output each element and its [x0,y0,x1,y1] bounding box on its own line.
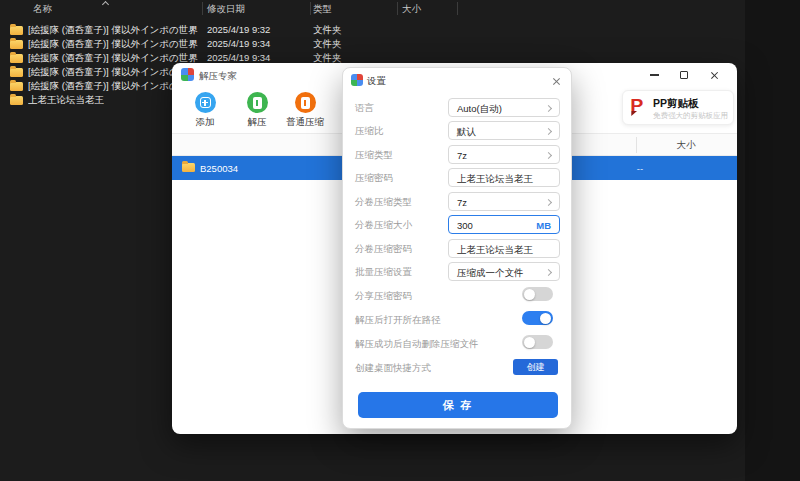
folder-icon [182,163,195,172]
column-divider [202,2,203,15]
compression-password-input[interactable]: 上老王论坛当老王 [448,168,560,187]
chevron-right-icon [545,151,552,158]
volume-password-value: 上老王论坛当老王 [457,244,533,257]
compression-ratio-label: 压缩比 [355,125,384,138]
setting-row-compression-password: 压缩密码 上老王论坛当老王 [343,168,571,187]
pp-clipboard-card[interactable]: P PP剪贴板 免费强大的剪贴板应用 [622,90,734,125]
close-icon [710,71,719,80]
settings-dialog: 设置 语言 Auto(自动) 压缩比 默认 压缩类型 7z 压缩密码 [342,67,572,429]
compression-ratio-value: 默认 [457,126,476,139]
volume-size-value: 300 [457,220,473,231]
compress-icon [295,92,316,113]
compression-type-select[interactable]: 7z [448,145,560,164]
volume-type-select[interactable]: 7z [448,192,560,211]
volume-password-input[interactable]: 上老王论坛当老王 [448,239,560,258]
setting-row-open-path: 解压后打开所在路径 [343,307,571,326]
share-password-toggle[interactable] [522,287,553,301]
setting-row-compression-ratio: 压缩比 默认 [343,121,571,140]
close-button[interactable] [699,66,729,84]
app-title: 解压专家 [199,70,237,83]
setting-row-auto-delete: 解压成功后自动删除压缩文件 [343,331,571,350]
chevron-right-icon [545,198,552,205]
setting-row-batch-setting: 批量压缩设置 压缩成一个文件 [343,262,571,281]
file-name: [絵援隊 (酒呑童子)] 僕以外インポの世界 担任... [28,23,198,37]
language-select[interactable]: Auto(自动) [448,98,560,117]
file-type: 文件夹 [313,37,342,51]
batch-setting-label: 批量压缩设置 [355,266,412,279]
extract-icon [247,92,268,113]
column-header-type[interactable]: 类型 [313,3,332,16]
add-label: 添加 [182,116,228,129]
column-header-size[interactable]: 大小 [402,3,421,16]
open-path-label: 解压后打开所在路径 [355,314,441,327]
chevron-right-icon [545,104,552,111]
maximize-icon [680,71,688,79]
compression-type-label: 压缩类型 [355,149,393,162]
share-password-label: 分享压缩密码 [355,290,412,303]
auto-delete-toggle[interactable] [522,335,553,349]
setting-row-volume-size: 分卷压缩大小 300 MB [343,215,571,234]
volume-type-label: 分卷压缩类型 [355,196,412,209]
auto-delete-label: 解压成功后自动删除压缩文件 [355,338,479,351]
folder-icon [10,26,23,35]
column-divider [310,2,311,15]
file-name: 上老王论坛当老王 [28,93,104,107]
column-divider [457,2,458,15]
compression-password-label: 压缩密码 [355,172,393,185]
compress-button[interactable]: 普通压缩 [274,92,336,129]
add-icon [195,92,216,113]
selected-file-size: -- [620,163,660,174]
volume-size-input[interactable]: 300 MB [448,215,560,234]
add-button[interactable]: 添加 [182,92,228,129]
compression-ratio-select[interactable]: 默认 [448,121,560,140]
pp-clipboard-title: PP剪贴板 [653,97,699,111]
folder-icon [10,96,23,105]
screen: 名称 修改日期 类型 大小 [絵援隊 (酒呑童子)] 僕以外インポの世界 担任.… [0,0,800,481]
folder-icon [10,82,23,91]
file-name: [絵援隊 (酒呑童子)] 僕以外インポの世界2 体育... [28,37,198,51]
setting-row-volume-password: 分卷压缩密码 上老王论坛当老王 [343,239,571,258]
folder-icon [10,40,23,49]
column-divider [397,2,398,15]
selected-file-name: B250034 [200,163,238,174]
volume-password-label: 分卷压缩密码 [355,243,412,256]
volume-type-value: 7z [457,197,467,208]
app-logo-icon [181,68,194,81]
compress-label: 普通压缩 [274,116,336,129]
pp-clipboard-logo-icon: P [630,97,643,114]
minimize-button[interactable] [639,66,669,84]
batch-setting-select[interactable]: 压缩成一个文件 [448,262,560,281]
column-header-name[interactable]: 名称 [33,3,52,16]
setting-row-share-password: 分享压缩密码 [343,283,571,302]
setting-row-language: 语言 Auto(自动) [343,98,571,117]
save-button[interactable]: 保 存 [358,392,558,418]
language-value: Auto(自动) [457,103,502,116]
table-column-size[interactable]: 大小 [636,139,736,152]
folder-icon [10,68,23,77]
language-label: 语言 [355,102,374,115]
dialog-logo-icon [351,74,363,86]
open-path-toggle[interactable] [522,311,553,325]
chevron-right-icon [545,127,552,134]
column-header-modified[interactable]: 修改日期 [207,3,245,16]
compression-type-value: 7z [457,150,467,161]
batch-setting-value: 压缩成一个文件 [457,267,524,280]
file-date: 2025/4/19 9:34 [207,37,270,51]
file-type: 文件夹 [313,23,342,37]
sort-ascending-icon [102,1,109,8]
dialog-close-button[interactable] [548,74,564,88]
close-icon [552,77,561,86]
setting-row-compression-type: 压缩类型 7z [343,145,571,164]
maximize-button[interactable] [669,66,699,84]
file-row[interactable]: [絵援隊 (酒呑童子)] 僕以外インポの世界 担任... 2025/4/19 9… [0,23,745,37]
folder-icon [10,54,23,63]
pp-clipboard-subtitle: 免费强大的剪贴板应用 [653,111,728,121]
create-shortcut-button[interactable]: 创建 [513,359,558,375]
dialog-title: 设置 [367,75,386,88]
file-row[interactable]: [絵援隊 (酒呑童子)] 僕以外インポの世界2 体育... 2025/4/19 … [0,37,745,51]
chevron-right-icon [545,268,552,275]
volume-size-unit: MB [536,220,551,231]
volume-size-label: 分卷压缩大小 [355,219,412,232]
desktop-shortcut-label: 创建桌面快捷方式 [355,362,431,375]
minimize-icon [650,74,659,75]
